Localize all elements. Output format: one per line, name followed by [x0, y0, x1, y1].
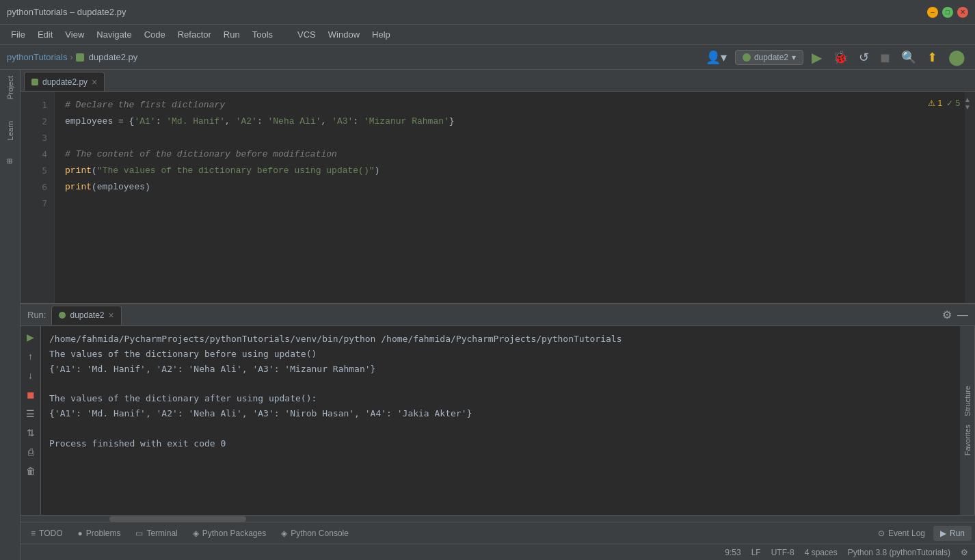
- menu-vcs-label[interactable]: VCS: [292, 27, 321, 42]
- run-output-line-1: /home/fahmida/PycharmProjects/pythonTuto…: [49, 332, 952, 347]
- dropdown-arrow: ▾: [792, 53, 796, 62]
- line-num-2: 2: [21, 114, 54, 130]
- settings-icon-btn[interactable]: ⬤: [946, 47, 968, 68]
- breadcrumb-file: dupdate2.py: [89, 52, 138, 62]
- run-filter-btn[interactable]: ☰: [23, 406, 38, 421]
- debug-button[interactable]: 🐞: [830, 49, 851, 66]
- window-controls: – □ ✕: [927, 7, 968, 18]
- line-num-5: 5: [21, 163, 54, 179]
- bottom-tab-run[interactable]: ▶ Run: [933, 526, 972, 541]
- run-play-btn[interactable]: ▶: [23, 330, 38, 345]
- bottom-tab-python-packages[interactable]: ◈ Python Packages: [186, 526, 273, 541]
- code-line-6: print(employees): [65, 179, 965, 196]
- run-output-line-2: The values of the dictionary before usin…: [49, 347, 952, 362]
- run-tab-dupdate2[interactable]: dupdate2 ×: [51, 306, 121, 325]
- run-panel: Run: dupdate2 × ⚙ — ▶ ↑ ↓ ◼ ☰ ⇅ ⎙: [21, 303, 975, 522]
- bottom-tab-todo[interactable]: ≡ TODO: [24, 526, 69, 541]
- run-output: /home/fahmida/PycharmProjects/pythonTuto…: [41, 326, 960, 515]
- line-numbers: 1 2 3 4 5 6 7: [21, 92, 55, 303]
- main-area: Project Learn ⊞ dupdate2.py × 1 2 3 4 5 …: [0, 70, 975, 560]
- menu-code[interactable]: Code: [139, 27, 171, 42]
- bottom-tab-problems[interactable]: ● Problems: [70, 526, 127, 541]
- tab-dupdate2[interactable]: dupdate2.py ×: [24, 72, 105, 91]
- run-minimize-button[interactable]: —: [957, 309, 968, 321]
- run-right-sidebar: Structure Favorites: [960, 326, 975, 515]
- event-log-icon: ⊙: [878, 529, 885, 538]
- line-num-6: 6: [21, 179, 54, 196]
- toolbar-actions: 👤▾ dupdate2 ▾ ▶ 🐞 ↺ ◼ 🔍 ⬆ ⬤: [703, 47, 968, 68]
- maximize-button[interactable]: □: [942, 7, 953, 18]
- code-line-5: print("The values of the dictionary befo…: [65, 163, 965, 179]
- run-config-button[interactable]: dupdate2 ▾: [735, 50, 803, 65]
- menu-help[interactable]: Help: [366, 27, 396, 42]
- terminal-label: Terminal: [146, 529, 177, 538]
- run-scroll-down-btn[interactable]: ↓: [23, 368, 38, 383]
- run-output-line-3: {'A1': 'Md. Hanif', 'A2': 'Neha Ali', 'A…: [49, 362, 952, 377]
- run-button[interactable]: ▶: [809, 48, 825, 67]
- bottom-tab-python-console[interactable]: ◈ Python Console: [274, 526, 356, 541]
- extra-settings-icon[interactable]: ⚙: [961, 548, 968, 557]
- problems-icon: ●: [77, 529, 82, 538]
- tab-close-button[interactable]: ×: [92, 77, 97, 88]
- run-scroll-up-btn[interactable]: ↑: [23, 349, 38, 364]
- menu-edit[interactable]: Edit: [32, 27, 58, 42]
- run-settings-button[interactable]: ⚙: [942, 308, 952, 321]
- favorites-label[interactable]: Favorites: [963, 421, 972, 459]
- run-config-label: dupdate2: [754, 53, 788, 62]
- left-sidebar: Project Learn ⊞: [0, 70, 21, 560]
- bottom-tab-event-log[interactable]: ⊙ Event Log: [871, 526, 932, 541]
- run-stop-btn[interactable]: ◼: [23, 387, 38, 402]
- stop-button[interactable]: ◼: [877, 49, 893, 66]
- sidebar-layers-icon[interactable]: ⊞: [1, 152, 19, 170]
- horizontal-scrollbar[interactable]: [21, 515, 975, 522]
- python-packages-icon: ◈: [193, 529, 199, 538]
- ok-badge[interactable]: ✓ 5: [946, 98, 960, 108]
- menu-view[interactable]: View: [59, 27, 90, 42]
- run-print-btn[interactable]: ⎙: [23, 444, 38, 459]
- python-packages-label: Python Packages: [202, 529, 266, 538]
- run-trash-btn[interactable]: 🗑: [23, 464, 38, 479]
- user-icon-btn[interactable]: 👤▾: [703, 49, 730, 66]
- menu-vcs[interactable]: [280, 33, 291, 37]
- breadcrumb-project[interactable]: pythonTutorials: [7, 52, 67, 62]
- right-gutter: [965, 92, 975, 303]
- menu-navigate[interactable]: Navigate: [91, 27, 137, 42]
- line-ending: LF: [751, 548, 761, 557]
- menu-run[interactable]: Run: [218, 27, 245, 42]
- menu-window[interactable]: Window: [323, 27, 365, 42]
- code-lines[interactable]: # Declare the first dictionary employees…: [55, 92, 965, 303]
- run-config-icon: [743, 53, 751, 62]
- run-sort-btn[interactable]: ⇅: [23, 425, 38, 440]
- editor-run-container: dupdate2.py × 1 2 3 4 5 6 7 # Declare th…: [21, 70, 975, 560]
- title-bar: pythonTutorials – dupdate2.py – □ ✕: [0, 0, 975, 25]
- bottom-tab-terminal[interactable]: ▭ Terminal: [129, 526, 184, 541]
- run-panel-header: Run: dupdate2 × ⚙ —: [21, 304, 975, 326]
- run-tab-icon: [59, 312, 66, 319]
- run-tab-label: dupdate2: [70, 310, 104, 320]
- menu-bar: File Edit View Navigate Code Refactor Ru…: [0, 25, 975, 45]
- menu-tools[interactable]: Tools: [247, 27, 278, 42]
- sidebar-project-label[interactable]: Project: [5, 73, 16, 102]
- structure-label[interactable]: Structure: [963, 382, 972, 421]
- scrollbar-thumb[interactable]: [109, 516, 246, 522]
- run-icon: ▶: [940, 529, 946, 538]
- cursor-position: 9:53: [725, 548, 740, 557]
- warning-badge[interactable]: ⚠ 1: [928, 98, 942, 108]
- python-version[interactable]: Python 3.8 (pythonTutorials): [848, 548, 950, 557]
- breadcrumb: pythonTutorials › dupdate2.py: [7, 52, 137, 62]
- menu-file[interactable]: File: [5, 27, 31, 42]
- menu-refactor[interactable]: Refactor: [172, 27, 217, 42]
- close-button[interactable]: ✕: [957, 7, 968, 18]
- line-num-4: 4: [21, 146, 54, 163]
- search-button[interactable]: 🔍: [898, 49, 919, 66]
- minimize-button[interactable]: –: [927, 7, 938, 18]
- code-line-3: [65, 130, 965, 146]
- run-output-line-6: {'A1': 'Md. Hanif', 'A2': 'Neha Ali', 'A…: [49, 407, 952, 421]
- scroll-arrows[interactable]: ▲ ▼: [964, 96, 971, 111]
- update-button[interactable]: ⬆: [924, 49, 940, 66]
- sidebar-learn-label[interactable]: Learn: [5, 118, 16, 143]
- rerun-button[interactable]: ↺: [856, 49, 872, 66]
- run-tab-close[interactable]: ×: [109, 310, 114, 321]
- bottom-tabs: ≡ TODO ● Problems ▭ Terminal ◈ Python Pa…: [21, 522, 975, 544]
- code-line-2: employees = {'A1': 'Md. Hanif', 'A2': 'N…: [65, 114, 965, 130]
